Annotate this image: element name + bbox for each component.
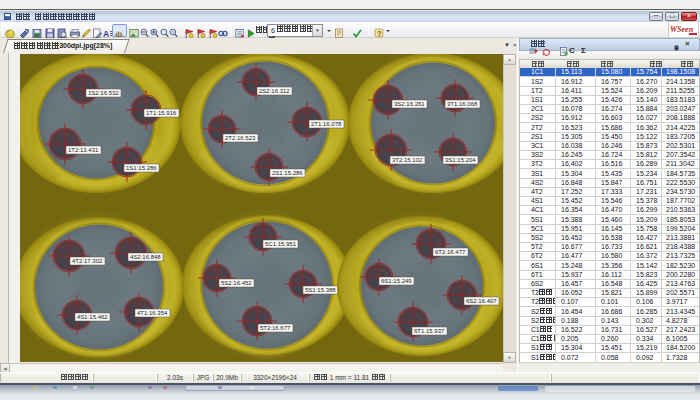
- svg-text:4T2:17.302: 4T2:17.302: [72, 258, 103, 264]
- svg-text:6S2:16.407: 6S2:16.407: [466, 298, 497, 304]
- svg-text:2T1:16.078: 2T1:16.078: [311, 121, 342, 127]
- svg-text:1T2:13.431: 1T2:13.431: [68, 147, 99, 153]
- svg-text:1T1:15.916: 1T1:15.916: [146, 110, 177, 116]
- svg-text:3S2:16.261: 3S2:16.261: [394, 101, 425, 107]
- svg-text:2S2:16.312: 2S2:16.312: [259, 88, 290, 94]
- svg-text:6T1:15.937: 6T1:15.937: [414, 328, 445, 334]
- svg-text:5S2:16.452: 5S2:16.452: [221, 280, 252, 286]
- svg-text:3T2:15.102: 3T2:15.102: [392, 157, 423, 163]
- svg-text:WSeen: WSeen: [670, 25, 694, 34]
- svg-text:3T1:16.068: 3T1:16.068: [447, 101, 478, 107]
- svg-text:3S1:15.204: 3S1:15.204: [445, 157, 476, 163]
- svg-text:2T2:16.523: 2T2:16.523: [225, 135, 256, 141]
- svg-text:5S1:15.388: 5S1:15.388: [305, 287, 336, 293]
- svg-text:6S1:15.249: 6S1:15.249: [381, 278, 412, 284]
- svg-text:1S2:16.532: 1S2:16.532: [88, 90, 119, 96]
- svg-text:4T1:16.354: 4T1:16.354: [137, 310, 168, 316]
- svg-text:4S1:15.462: 4S1:15.462: [77, 314, 108, 320]
- svg-text:5C1:15.951: 5C1:15.951: [265, 241, 297, 247]
- svg-text:6T2:16.477: 6T2:16.477: [435, 249, 466, 255]
- svg-text:2S1:15.286: 2S1:15.286: [272, 170, 303, 176]
- svg-text:?: ?: [377, 30, 381, 37]
- svg-text:A: A: [103, 29, 109, 39]
- svg-text:4S2:16.848: 4S2:16.848: [130, 254, 161, 260]
- svg-text:1S1:15.286: 1S1:15.286: [126, 165, 157, 171]
- svg-text:5T2:16.677: 5T2:16.677: [260, 325, 291, 331]
